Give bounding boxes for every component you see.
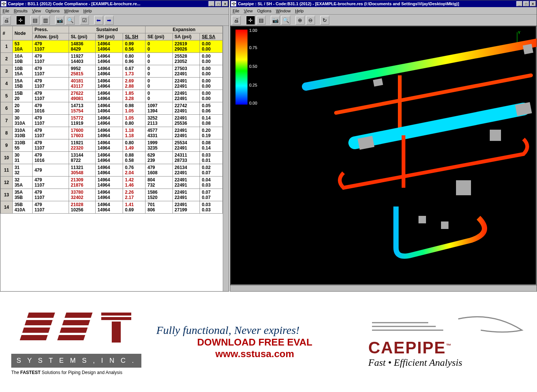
minimize-button[interactable]: _ <box>516 1 522 6</box>
prev-arrow-icon[interactable]: ⬅ <box>94 16 103 25</box>
row-index: 4 <box>1 78 13 90</box>
menu-help[interactable]: Help <box>295 9 304 13</box>
col-node[interactable]: Node <box>12 26 32 40</box>
cell: 2249122491 <box>172 90 200 102</box>
row-index: 11 <box>1 164 13 177</box>
table-row[interactable]: 415A15B4791107401814311714964149642.692.… <box>1 78 223 90</box>
minimize-button[interactable]: _ <box>208 1 214 6</box>
menu-results[interactable]: Results <box>14 9 28 13</box>
legend-tick: 0.25 <box>249 83 257 87</box>
maximize-button[interactable]: □ <box>523 1 529 6</box>
table-row[interactable]: 1435B410A4791107210281025614964149641.41… <box>1 201 223 214</box>
table-row[interactable]: 9310B554791107119212232014964149640.801.… <box>1 139 223 152</box>
crosshair-icon[interactable]: ✛ <box>246 16 255 25</box>
horizontal-scrollbar[interactable] <box>230 285 537 291</box>
cell: 2249122491 <box>172 78 200 90</box>
col-allow[interactable]: Allow. (psi) <box>32 33 69 40</box>
col-num[interactable]: # <box>1 26 13 40</box>
table-row[interactable]: 210A10B4791107119271440314964149640.800.… <box>1 53 223 65</box>
table-row[interactable]: 310B15A479110799522581514964149640.671.7… <box>1 65 223 78</box>
results-table: # Node Press. Sustained Expansion Allow.… <box>0 26 223 214</box>
col-sh[interactable]: SH (psi) <box>96 33 123 40</box>
cell: 15861520 <box>146 189 172 201</box>
app-icon: •||• <box>231 1 236 6</box>
table-row[interactable]: 123235A4791107213092187614964149641.421.… <box>1 177 223 189</box>
cell: 1.853.28 <box>123 90 146 102</box>
cell: 1496414964 <box>96 164 123 177</box>
col-sesa[interactable]: SE SA <box>200 33 223 40</box>
col-se[interactable]: SE (psi) <box>146 33 172 40</box>
table-row[interactable]: 15310A479110714836842914964149640.990.56… <box>1 40 223 53</box>
maximize-button[interactable]: □ <box>215 1 221 6</box>
cell: 3132 <box>12 164 32 177</box>
col-sustained[interactable]: Sustained <box>69 26 145 33</box>
cell: 15B20 <box>12 90 32 102</box>
zoom-out-icon[interactable]: ⊖ <box>306 16 315 25</box>
cell: 1496414964 <box>96 115 123 127</box>
table-row[interactable]: 113132479113213054814964149640.762.04479… <box>1 164 223 177</box>
cell: 148368429 <box>69 40 95 53</box>
vertical-scrollbar[interactable] <box>223 26 229 291</box>
camera-icon[interactable]: 📷 <box>271 16 280 25</box>
cell: 0.000.00 <box>200 40 223 53</box>
col-press[interactable]: Press. <box>32 26 69 33</box>
cell: 1496414964 <box>96 152 123 164</box>
svg-rect-23 <box>101 317 131 320</box>
menu-view[interactable]: View <box>32 9 41 13</box>
menu-options[interactable]: Options <box>45 9 60 13</box>
results-table-wrap[interactable]: # Node Press. Sustained Expansion Allow.… <box>0 26 223 291</box>
svg-rect-13 <box>441 221 448 229</box>
next-arrow-icon[interactable]: ➡ <box>105 16 114 25</box>
list-icon[interactable]: ▤ <box>30 16 39 25</box>
col-sl[interactable]: SL (psi) <box>69 33 95 40</box>
table-row[interactable]: 515B204791107276224908114964149641.853.2… <box>1 90 223 102</box>
cell: 1496414964 <box>96 65 123 78</box>
cell: 2.262.17 <box>123 189 146 201</box>
left-titlebar[interactable]: •||• Caepipe : B31.1 (2012) Code Complia… <box>0 0 229 7</box>
print-icon[interactable]: 🖨 <box>232 16 241 25</box>
cell: 35B410A <box>12 201 32 214</box>
col-expansion[interactable]: Expansion <box>146 26 223 33</box>
left-toolbar: 🖨 ✛ ▤ ▥ 📷 🔍 ☑ ⬅ ➡ <box>0 15 229 26</box>
cell: 131448722 <box>69 152 95 164</box>
menu-help[interactable]: Help <box>83 9 92 13</box>
cell: 1.050.80 <box>123 115 146 127</box>
table-row[interactable]: 8310A310B4791107176001760314964149641.18… <box>1 127 223 139</box>
menu-file[interactable]: File <box>3 9 9 13</box>
refresh-icon[interactable]: ↻ <box>320 16 329 25</box>
table-row[interactable]: 730310A4791107157721191914964149641.050.… <box>1 115 223 127</box>
col-slsh[interactable]: SL SH <box>123 33 146 40</box>
menu-file[interactable]: File <box>232 9 239 13</box>
zoom-in-icon[interactable]: ⊕ <box>296 16 304 25</box>
menu-window[interactable]: Window <box>276 9 291 13</box>
right-titlebar[interactable]: •||• Caepipe : SL / SH - Code:B31.1 (201… <box>230 0 537 7</box>
zoom-icon[interactable]: 🔍 <box>66 16 75 25</box>
col-sa[interactable]: SA (psi) <box>172 33 200 40</box>
row-index: 2 <box>1 53 13 65</box>
left-menubar: File Results View Options Window Help <box>0 7 229 15</box>
svg-rect-14 <box>27 313 55 318</box>
camera-icon[interactable]: 📷 <box>55 16 64 25</box>
cell: 0.140.08 <box>200 115 223 127</box>
cell: 2552823052 <box>172 53 200 65</box>
table-row[interactable]: 103031479101613144872214964149640.880.58… <box>1 152 223 164</box>
table-row[interactable]: 620304791016147131575414964149640.981.05… <box>1 102 223 115</box>
zoom-fit-icon[interactable]: 🔍 <box>281 16 290 25</box>
cell: 2130921876 <box>69 177 95 189</box>
columns-icon[interactable]: ▥ <box>41 16 50 25</box>
print-icon[interactable]: 🖨 <box>2 16 11 25</box>
menu-view[interactable]: View <box>244 9 253 13</box>
cell: 0.070.07 <box>200 189 223 201</box>
cell: 0.030.01 <box>200 152 223 164</box>
list-icon[interactable]: ▤ <box>256 16 266 25</box>
crosshair-icon[interactable]: ✛ <box>16 16 25 25</box>
close-button[interactable]: × <box>530 1 536 6</box>
close-button[interactable]: × <box>222 1 228 6</box>
table-row[interactable]: 1335A35B4791107337803240214964149642.262… <box>1 189 223 201</box>
checklist-icon[interactable]: ☑ <box>80 16 89 25</box>
viewport-3d[interactable]: 1.00 0.75 0.50 0.25 0.00 Y X Z <box>230 26 537 285</box>
menu-options[interactable]: Options <box>257 9 272 13</box>
cell: 0.801.49 <box>123 139 146 152</box>
cell: 4018143117 <box>69 78 95 90</box>
menu-window[interactable]: Window <box>64 9 79 13</box>
